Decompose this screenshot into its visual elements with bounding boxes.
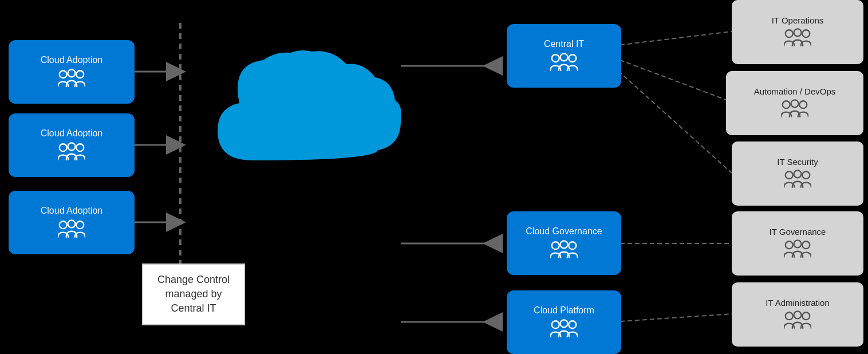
it-governance-box: IT Governance <box>732 211 863 276</box>
people-icon-3 <box>58 219 85 240</box>
people-icon-it-ops <box>784 28 811 49</box>
svg-point-45 <box>786 241 793 249</box>
automation-devops-box: Automation / DevOps <box>726 71 863 135</box>
people-icon-auto-devops <box>781 99 808 120</box>
svg-point-46 <box>794 240 802 247</box>
people-icon-it-gov <box>784 239 811 260</box>
svg-point-35 <box>569 321 576 328</box>
svg-point-24 <box>60 221 67 229</box>
svg-point-18 <box>60 70 67 78</box>
svg-point-34 <box>561 320 568 327</box>
svg-point-38 <box>802 30 810 37</box>
svg-point-23 <box>76 144 84 151</box>
svg-marker-5 <box>166 135 186 155</box>
people-icon-cloud-gov <box>550 240 578 261</box>
svg-point-36 <box>786 30 793 37</box>
svg-point-44 <box>802 171 810 179</box>
svg-point-29 <box>569 54 576 62</box>
svg-line-17 <box>613 314 732 322</box>
people-icon-cloud-plat <box>550 319 578 340</box>
svg-point-26 <box>76 221 84 229</box>
svg-point-40 <box>791 100 799 107</box>
it-administration-box: IT Administration <box>732 282 863 347</box>
svg-point-50 <box>802 312 810 320</box>
svg-line-13 <box>613 32 732 46</box>
svg-point-33 <box>552 321 559 328</box>
people-icon-it-sec <box>784 170 811 190</box>
svg-point-31 <box>561 241 568 248</box>
svg-point-37 <box>794 29 802 36</box>
svg-point-32 <box>569 242 576 249</box>
svg-marker-6 <box>166 213 186 232</box>
people-icon-1 <box>58 69 85 89</box>
svg-point-25 <box>68 220 76 227</box>
cloud-adoption-box-3: Cloud Adoption <box>9 191 135 254</box>
svg-line-14 <box>613 57 732 102</box>
svg-point-22 <box>68 143 76 150</box>
it-operations-box: IT Operations <box>732 0 863 64</box>
it-security-box: IT Security <box>732 141 863 206</box>
central-it-box: Central IT <box>507 24 621 88</box>
svg-marker-4 <box>166 62 186 81</box>
people-icon-2 <box>58 142 85 163</box>
svg-point-43 <box>794 170 802 178</box>
svg-line-15 <box>613 66 732 173</box>
svg-point-20 <box>76 70 84 78</box>
svg-marker-10 <box>483 234 503 253</box>
svg-point-21 <box>60 144 67 151</box>
people-icon-it-admin <box>784 310 811 331</box>
svg-point-42 <box>786 171 793 179</box>
svg-marker-12 <box>483 312 503 332</box>
svg-point-47 <box>802 241 810 249</box>
cloud-icon <box>206 46 401 195</box>
svg-point-30 <box>552 242 559 249</box>
svg-point-28 <box>561 53 568 61</box>
cloud-adoption-box-1: Cloud Adoption <box>9 40 135 104</box>
cloud-platform-box: Cloud Platform <box>507 290 621 354</box>
cloud-adoption-box-2: Cloud Adoption <box>9 113 135 177</box>
diagram: Cloud Adoption Cloud Adoption Cloud Adop… <box>0 0 868 354</box>
cloud-governance-box: Cloud Governance <box>507 211 621 275</box>
svg-point-41 <box>799 101 807 108</box>
change-control-box: Change Control managed by Central IT <box>142 263 245 325</box>
svg-point-49 <box>794 311 802 318</box>
svg-marker-8 <box>483 56 503 76</box>
svg-point-48 <box>786 312 793 320</box>
svg-point-27 <box>552 54 559 62</box>
svg-point-19 <box>68 69 76 77</box>
people-icon-central-it <box>550 53 578 73</box>
svg-point-39 <box>783 101 790 108</box>
